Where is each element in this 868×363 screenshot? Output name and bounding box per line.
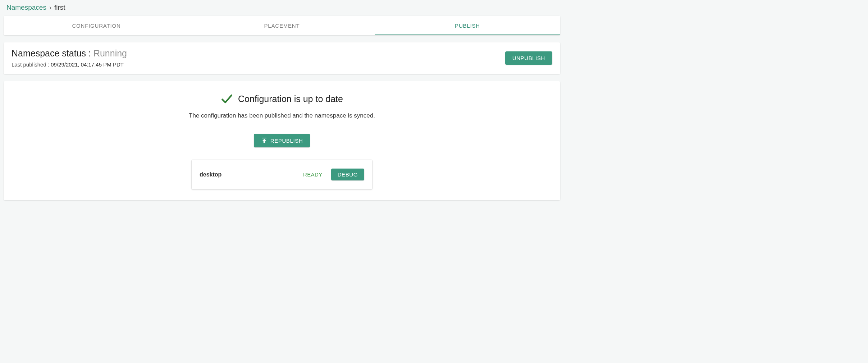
debug-button[interactable]: DEBUG	[331, 169, 364, 180]
check-icon	[221, 93, 233, 105]
last-published-label: Last published :	[12, 61, 49, 68]
publish-panel: Configuration is up to date The configur…	[4, 81, 560, 200]
node-card: desktop READY DEBUG	[191, 160, 373, 189]
node-name: desktop	[200, 171, 221, 178]
breadcrumb: Namespaces › first	[4, 3, 560, 16]
tab-configuration[interactable]: CONFIGURATION	[4, 16, 189, 35]
publish-title: Configuration is up to date	[238, 94, 343, 104]
publish-title-row: Configuration is up to date	[11, 93, 553, 105]
svg-rect-0	[262, 138, 266, 139]
last-published: Last published : 09/29/2021, 04:17:45 PM…	[12, 61, 127, 68]
namespace-status-card: Namespace status : Running Last publishe…	[4, 42, 560, 74]
republish-button-label: REPUBLISH	[270, 138, 303, 144]
breadcrumb-current: first	[54, 4, 65, 12]
node-status: READY	[303, 171, 323, 178]
breadcrumb-separator: ›	[49, 4, 51, 12]
republish-button[interactable]: REPUBLISH	[254, 134, 310, 147]
namespace-status-value: Running	[93, 48, 127, 58]
namespace-status-title: Namespace status : Running	[12, 48, 127, 59]
breadcrumb-root-link[interactable]: Namespaces	[6, 4, 46, 12]
namespace-status-prefix: Namespace status :	[12, 48, 91, 58]
unpublish-button[interactable]: UNPUBLISH	[505, 51, 552, 65]
last-published-value: 09/29/2021, 04:17:45 PM PDT	[51, 61, 124, 68]
publish-icon	[261, 137, 268, 144]
tab-publish[interactable]: PUBLISH	[375, 16, 560, 35]
node-right: READY DEBUG	[303, 169, 364, 180]
publish-description: The configuration has been published and…	[11, 112, 553, 119]
tab-placement[interactable]: PLACEMENT	[189, 16, 375, 35]
republish-row: REPUBLISH	[11, 134, 553, 147]
tabs: CONFIGURATION PLACEMENT PUBLISH	[4, 16, 560, 35]
namespace-status-text: Namespace status : Running Last publishe…	[12, 48, 127, 68]
